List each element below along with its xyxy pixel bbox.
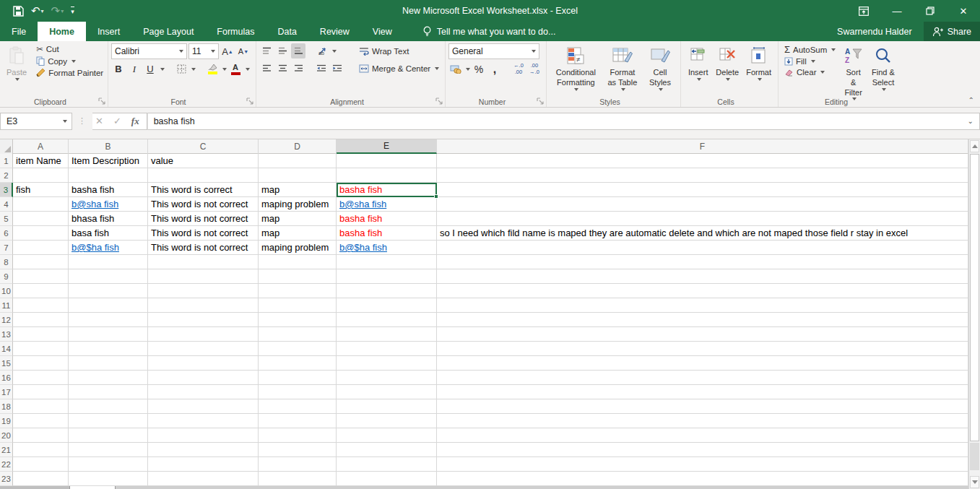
cell-C23[interactable] <box>148 472 259 486</box>
cell-E9[interactable] <box>337 269 437 284</box>
bold-button[interactable]: B <box>111 61 126 77</box>
cell-B20[interactable] <box>69 428 148 443</box>
cell-A18[interactable] <box>13 399 69 414</box>
cell-C11[interactable] <box>148 298 259 313</box>
cell-D21[interactable] <box>259 443 337 457</box>
cell-C8[interactable] <box>148 255 259 269</box>
row-header-12[interactable]: 12 <box>0 313 13 327</box>
italic-button[interactable]: I <box>127 61 142 77</box>
cut-button[interactable]: ✂Cut <box>33 43 106 55</box>
cell-A12[interactable] <box>13 313 69 327</box>
minimize-button[interactable]: — <box>880 0 914 22</box>
scrollbar-thumb[interactable] <box>970 154 979 441</box>
delete-cells-button[interactable]: Delete <box>712 43 742 96</box>
cell-B13[interactable] <box>69 327 148 342</box>
cell-E15[interactable] <box>337 356 437 371</box>
number-format-combo[interactable]: General <box>448 43 539 59</box>
cell-F15[interactable] <box>437 356 968 371</box>
cell-B4[interactable]: b@sha fish <box>69 197 148 212</box>
col-header-F[interactable]: F <box>437 139 968 154</box>
row-header-2[interactable]: 2 <box>0 168 13 183</box>
cell-E18[interactable] <box>337 399 437 414</box>
cell-F12[interactable] <box>437 313 968 327</box>
formula-input[interactable]: basha fish ⌄ <box>147 113 980 130</box>
format-as-table-dropdown-icon[interactable] <box>621 88 625 91</box>
cell-A7[interactable] <box>13 241 69 255</box>
font-size-combo[interactable]: 11 <box>188 43 219 59</box>
cell-B8[interactable] <box>69 255 148 269</box>
row-header-18[interactable]: 18 <box>0 399 13 414</box>
insert-cells-button[interactable]: Insert <box>684 43 712 96</box>
percent-style-button[interactable]: % <box>472 61 486 77</box>
cell-A15[interactable] <box>13 356 69 371</box>
cell-E14[interactable] <box>337 342 437 356</box>
cell-E1[interactable] <box>337 154 437 168</box>
cell-C14[interactable] <box>148 342 259 356</box>
cell-D11[interactable] <box>259 298 337 313</box>
clear-button[interactable]: Clear <box>781 67 838 77</box>
cell-E13[interactable] <box>337 327 437 342</box>
vertical-scrollbar[interactable] <box>968 139 980 489</box>
collapse-ribbon-icon[interactable]: ⌃ <box>968 96 974 104</box>
paste-button[interactable]: Paste <box>3 43 30 96</box>
copy-dropdown-icon[interactable] <box>71 60 76 63</box>
col-header-A[interactable]: A <box>13 139 69 154</box>
undo-button[interactable]: ↶▾ <box>31 4 44 17</box>
cell-D15[interactable] <box>259 356 337 371</box>
cell-E22[interactable] <box>337 457 437 472</box>
cell-D2[interactable] <box>259 168 337 183</box>
formula-bar-expand-icon[interactable]: ⌄ <box>968 117 974 125</box>
cell-A8[interactable] <box>13 255 69 269</box>
cell-D20[interactable] <box>259 428 337 443</box>
shrink-font-button[interactable]: A▼ <box>236 44 251 59</box>
cancel-entry-icon[interactable]: ✕ <box>95 116 103 126</box>
orientation-button[interactable]: ab <box>315 43 329 59</box>
cell-E7[interactable]: b@$ha fish <box>337 241 437 255</box>
customize-qat-icon[interactable]: ▾ <box>71 7 74 15</box>
clipboard-dialog-launcher-icon[interactable] <box>98 98 106 105</box>
cell-D3[interactable]: map <box>259 183 337 197</box>
format-painter-button[interactable]: Format Painter <box>33 67 106 78</box>
cell-B1[interactable]: Item Description <box>69 154 148 168</box>
merge-center-button[interactable]: Merge & Center <box>356 64 442 74</box>
cell-E2[interactable] <box>337 168 437 183</box>
bottom-align-button[interactable] <box>291 43 305 59</box>
cell-D1[interactable] <box>259 154 337 168</box>
cell-A6[interactable] <box>13 226 69 241</box>
underline-button[interactable]: U <box>143 61 157 77</box>
align-center-button[interactable] <box>275 61 290 76</box>
cell-B5[interactable]: bhasa fish <box>69 212 148 226</box>
cell-F13[interactable] <box>437 327 968 342</box>
cell-D12[interactable] <box>259 313 337 327</box>
tab-home[interactable]: Home <box>38 22 86 41</box>
cell-C22[interactable] <box>148 457 259 472</box>
decrease-indent-button[interactable] <box>314 61 329 76</box>
cell-D18[interactable] <box>259 399 337 414</box>
orientation-dropdown-icon[interactable] <box>332 50 337 53</box>
row-header-21[interactable]: 21 <box>0 443 13 457</box>
cell-A20[interactable] <box>13 428 69 443</box>
merge-center-dropdown-icon[interactable] <box>435 67 439 70</box>
cell-D23[interactable] <box>259 472 337 486</box>
fill-color-dropdown-icon[interactable] <box>222 68 227 71</box>
cell-E3[interactable]: basha fish <box>337 183 437 197</box>
cell-C19[interactable] <box>148 414 259 428</box>
row-header-9[interactable]: 9 <box>0 269 13 284</box>
number-dialog-launcher-icon[interactable] <box>537 98 545 105</box>
cell-B2[interactable] <box>69 168 148 183</box>
row-header-23[interactable]: 23 <box>0 472 13 486</box>
cell-F8[interactable] <box>437 255 968 269</box>
cell-C16[interactable] <box>148 371 259 385</box>
conditional-formatting-dropdown-icon[interactable] <box>574 88 578 91</box>
cell-F11[interactable] <box>437 298 968 313</box>
undo-dropdown-icon[interactable]: ▾ <box>41 8 44 14</box>
cell-D19[interactable] <box>259 414 337 428</box>
cell-B11[interactable] <box>69 298 148 313</box>
close-button[interactable]: ✕ <box>947 0 980 22</box>
cell-D7[interactable]: maping problem <box>259 241 337 255</box>
comma-style-button[interactable]: , <box>487 61 502 77</box>
name-box-dropdown-icon[interactable] <box>63 120 67 123</box>
insert-function-icon[interactable]: fx <box>131 116 139 127</box>
cell-F1[interactable] <box>437 154 968 168</box>
user-name[interactable]: Swarnendu Halder <box>837 27 912 37</box>
